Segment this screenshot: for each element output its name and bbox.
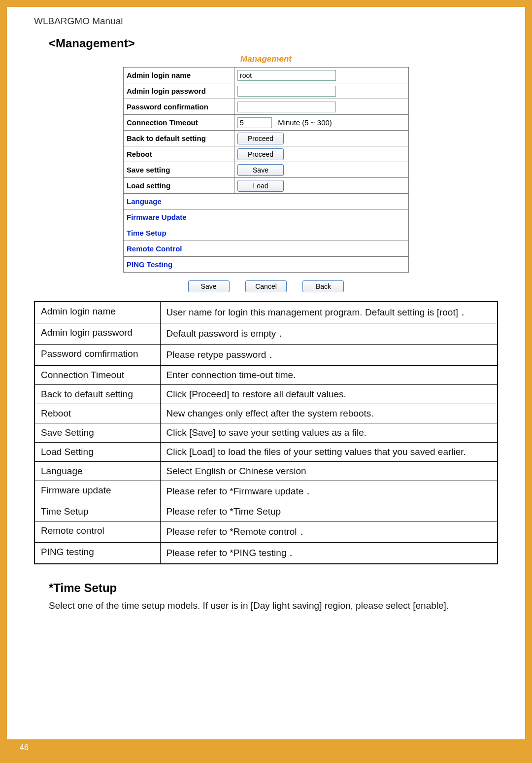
load-setting-button[interactable]: Load (237, 180, 284, 192)
password-confirmation-input[interactable] (237, 102, 336, 112)
table-row: Back to default settingClick [Proceed] t… (34, 385, 498, 404)
desc-value: Select English or Chinese version (160, 462, 498, 481)
table-row: Load SettingClick [Load] to load the fil… (34, 443, 498, 462)
desc-key: Load Setting (34, 443, 160, 462)
time-setup-body: Select one of the time setup models. If … (49, 597, 493, 615)
desc-key: Password comfirmation (34, 345, 160, 366)
bottom-back-button[interactable]: Back (302, 280, 344, 292)
desc-key: Remote control (34, 521, 160, 543)
screenshot-title: Management (123, 54, 409, 64)
connection-timeout-input[interactable] (237, 117, 272, 128)
desc-value: Please refer to *Time Setup (160, 502, 498, 521)
connection-timeout-hint: Minute (5 ~ 300) (278, 118, 332, 127)
management-screenshot: Management Admin login name Admin login … (123, 54, 409, 292)
label-back-to-default: Back to default setting (124, 131, 234, 146)
label-admin-login-password: Admin login password (124, 83, 234, 99)
document-page: WLBARGMO Manual <Management> Management … (7, 7, 525, 756)
table-row: LanguageSelect English or Chinese versio… (34, 462, 498, 481)
desc-value: User name for login this management prog… (160, 302, 498, 323)
desc-value: Please retype password． (160, 345, 498, 366)
desc-value: Please refer to *Remote control． (160, 521, 498, 543)
label-admin-login-name: Admin login name (124, 68, 234, 83)
desc-key: Time Setup (34, 502, 160, 521)
save-setting-button[interactable]: Save (237, 164, 284, 176)
link-firmware-update[interactable]: Firmware Update (124, 209, 409, 225)
desc-value: Default password is empty． (160, 323, 498, 345)
table-row: Connection TimeoutEnter connection time-… (34, 366, 498, 385)
table-row: Save SettingClick [Save] to save your se… (34, 423, 498, 443)
page-footer: 46 (7, 739, 525, 756)
label-reboot: Reboot (124, 146, 234, 162)
desc-key: Reboot (34, 404, 160, 423)
section-heading-management: <Management> (49, 36, 498, 50)
link-ping-testing[interactable]: PING Testing (124, 257, 409, 273)
page-number: 46 (20, 743, 29, 752)
document-title: WLBARGMO Manual (34, 16, 498, 27)
table-row: Firmware updatePlease refer to *Firmware… (34, 481, 498, 502)
label-connection-timeout: Connection Timeout (124, 115, 234, 131)
desc-key: Admin login password (34, 323, 160, 345)
table-row: Time SetupPlease refer to *Time Setup (34, 502, 498, 521)
table-row: Admin login passwordDefault password is … (34, 323, 498, 345)
table-row: Password comfirmationPlease retype passw… (34, 345, 498, 366)
label-load-setting: Load setting (124, 178, 234, 194)
reboot-button[interactable]: Proceed (237, 148, 284, 160)
screenshot-bottom-buttons: Save Cancel Back (123, 280, 409, 292)
table-row: RebootNew changes only effect after the … (34, 404, 498, 423)
desc-key: Admin login name (34, 302, 160, 323)
link-language[interactable]: Language (124, 194, 409, 209)
desc-value: Click [Proceed] to restore all default v… (160, 385, 498, 404)
section-heading-time-setup: *Time Setup (49, 581, 498, 595)
table-row: Remote controlPlease refer to *Remote co… (34, 521, 498, 543)
desc-value: Please refer to *PING testing． (160, 543, 498, 564)
desc-key: PING testing (34, 543, 160, 564)
admin-login-password-input[interactable] (237, 86, 336, 97)
table-row: Admin login nameUser name for login this… (34, 302, 498, 323)
time-setup-section: *Time Setup Select one of the time setup… (34, 581, 498, 615)
admin-login-name-input[interactable] (237, 70, 336, 81)
back-to-default-button[interactable]: Proceed (237, 133, 284, 144)
desc-value: New changes only effect after the system… (160, 404, 498, 423)
bottom-cancel-button[interactable]: Cancel (245, 280, 287, 292)
desc-key: Connection Timeout (34, 366, 160, 385)
desc-key: Language (34, 462, 160, 481)
label-save-setting: Save setting (124, 162, 234, 178)
description-table: Admin login nameUser name for login this… (34, 301, 498, 564)
link-remote-control[interactable]: Remote Control (124, 241, 409, 257)
link-time-setup[interactable]: Time Setup (124, 225, 409, 241)
desc-key: Save Setting (34, 423, 160, 443)
management-form-table: Admin login name Admin login password Pa… (123, 67, 409, 273)
desc-key: Firmware update (34, 481, 160, 502)
desc-value: Click [Load] to load the files of your s… (160, 443, 498, 462)
table-row: PING testingPlease refer to *PING testin… (34, 543, 498, 564)
bottom-save-button[interactable]: Save (188, 280, 230, 292)
desc-key: Back to default setting (34, 385, 160, 404)
desc-value: Enter connection time-out time. (160, 366, 498, 385)
desc-value: Click [Save] to save your setting values… (160, 423, 498, 443)
label-password-confirmation: Password confirmation (124, 99, 234, 115)
desc-value: Please refer to *Firmware update． (160, 481, 498, 502)
